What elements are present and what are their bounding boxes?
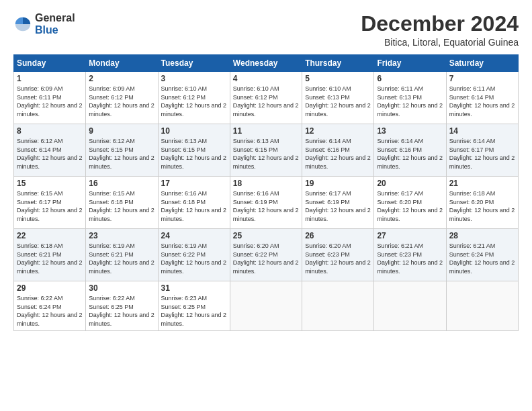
day-info: Sunrise: 6:17 AMSunset: 6:20 PMDaylight:…	[377, 190, 443, 222]
table-row: 31 Sunrise: 6:23 AMSunset: 6:25 PMDaylig…	[158, 281, 230, 330]
table-row	[374, 281, 446, 330]
day-info: Sunrise: 6:17 AMSunset: 6:19 PMDaylight:…	[305, 190, 371, 222]
day-info: Sunrise: 6:13 AMSunset: 6:15 PMDaylight:…	[161, 138, 227, 170]
table-row	[302, 281, 374, 330]
day-info: Sunrise: 6:16 AMSunset: 6:18 PMDaylight:…	[161, 190, 227, 222]
day-info: Sunrise: 6:12 AMSunset: 6:15 PMDaylight:…	[89, 138, 154, 170]
table-row: 18 Sunrise: 6:16 AMSunset: 6:19 PMDaylig…	[230, 177, 302, 229]
day-number: 10	[161, 126, 227, 136]
day-info: Sunrise: 6:10 AMSunset: 6:12 PMDaylight:…	[161, 85, 227, 118]
day-info: Sunrise: 6:10 AMSunset: 6:12 PMDaylight:…	[233, 85, 299, 118]
day-number: 7	[449, 74, 515, 83]
table-row: 20 Sunrise: 6:17 AMSunset: 6:20 PMDaylig…	[374, 177, 446, 229]
header-monday: Monday	[86, 55, 158, 72]
logo: General Blue	[13, 12, 75, 36]
table-row: 19 Sunrise: 6:17 AMSunset: 6:19 PMDaylig…	[302, 177, 374, 229]
day-number: 27	[377, 231, 443, 240]
subtitle: Bitica, Litoral, Equatorial Guinea	[361, 37, 519, 48]
day-info: Sunrise: 6:11 AMSunset: 6:13 PMDaylight:…	[377, 85, 443, 118]
header-sunday: Sunday	[14, 55, 86, 72]
day-number: 28	[449, 231, 515, 240]
header-friday: Friday	[374, 55, 446, 72]
day-info: Sunrise: 6:14 AMSunset: 6:17 PMDaylight:…	[449, 138, 515, 170]
table-row: 5 Sunrise: 6:10 AMSunset: 6:13 PMDayligh…	[302, 72, 374, 124]
day-number: 23	[89, 231, 154, 240]
table-row: 12 Sunrise: 6:14 AMSunset: 6:16 PMDaylig…	[302, 124, 374, 177]
day-number: 21	[449, 179, 515, 188]
logo-text: General Blue	[35, 12, 75, 36]
table-row: 23 Sunrise: 6:19 AMSunset: 6:21 PMDaylig…	[86, 229, 158, 281]
day-number: 1	[17, 74, 83, 83]
header-wednesday: Wednesday	[230, 55, 302, 72]
day-info: Sunrise: 6:14 AMSunset: 6:16 PMDaylight:…	[305, 138, 371, 170]
day-info: Sunrise: 6:19 AMSunset: 6:22 PMDaylight:…	[161, 242, 227, 275]
table-row: 11 Sunrise: 6:13 AMSunset: 6:15 PMDaylig…	[230, 124, 302, 177]
table-row	[230, 281, 302, 330]
day-info: Sunrise: 6:11 AMSunset: 6:14 PMDaylight:…	[449, 85, 515, 118]
table-row: 10 Sunrise: 6:13 AMSunset: 6:15 PMDaylig…	[158, 124, 230, 177]
day-info: Sunrise: 6:22 AMSunset: 6:24 PMDaylight:…	[17, 295, 83, 327]
table-row: 4 Sunrise: 6:10 AMSunset: 6:12 PMDayligh…	[230, 72, 302, 124]
day-number: 18	[233, 179, 299, 188]
day-number: 9	[89, 126, 154, 136]
day-number: 5	[305, 74, 371, 83]
logo-icon	[13, 15, 32, 34]
table-row: 1 Sunrise: 6:09 AMSunset: 6:11 PMDayligh…	[14, 72, 86, 124]
day-info: Sunrise: 6:12 AMSunset: 6:14 PMDaylight:…	[17, 138, 83, 170]
day-info: Sunrise: 6:09 AMSunset: 6:11 PMDaylight:…	[17, 85, 83, 118]
day-info: Sunrise: 6:18 AMSunset: 6:21 PMDaylight:…	[17, 242, 83, 275]
day-info: Sunrise: 6:13 AMSunset: 6:15 PMDaylight:…	[233, 138, 299, 170]
table-row: 3 Sunrise: 6:10 AMSunset: 6:12 PMDayligh…	[158, 72, 230, 124]
table-row: 29 Sunrise: 6:22 AMSunset: 6:24 PMDaylig…	[14, 281, 86, 330]
table-row: 30 Sunrise: 6:22 AMSunset: 6:25 PMDaylig…	[86, 281, 158, 330]
day-number: 24	[161, 231, 227, 240]
day-number: 13	[377, 126, 443, 136]
day-number: 26	[305, 231, 371, 240]
day-info: Sunrise: 6:18 AMSunset: 6:20 PMDaylight:…	[449, 190, 515, 222]
table-row: 25 Sunrise: 6:20 AMSunset: 6:22 PMDaylig…	[230, 229, 302, 281]
day-number: 16	[89, 179, 154, 188]
table-row: 24 Sunrise: 6:19 AMSunset: 6:22 PMDaylig…	[158, 229, 230, 281]
header: General Blue December 2024 Bitica, Litor…	[13, 12, 519, 48]
day-info: Sunrise: 6:16 AMSunset: 6:19 PMDaylight:…	[233, 190, 299, 222]
day-number: 29	[17, 283, 83, 293]
table-row	[446, 281, 518, 330]
day-info: Sunrise: 6:20 AMSunset: 6:22 PMDaylight:…	[233, 242, 299, 275]
day-number: 31	[161, 283, 227, 293]
day-number: 3	[161, 74, 227, 83]
day-number: 20	[377, 179, 443, 188]
day-number: 17	[161, 179, 227, 188]
main-title: December 2024	[361, 12, 519, 36]
calendar-table: Sunday Monday Tuesday Wednesday Thursday…	[13, 54, 519, 330]
day-info: Sunrise: 6:23 AMSunset: 6:25 PMDaylight:…	[161, 295, 227, 327]
table-row: 6 Sunrise: 6:11 AMSunset: 6:13 PMDayligh…	[374, 72, 446, 124]
table-row: 28 Sunrise: 6:21 AMSunset: 6:24 PMDaylig…	[446, 229, 518, 281]
table-row: 27 Sunrise: 6:21 AMSunset: 6:23 PMDaylig…	[374, 229, 446, 281]
table-row: 2 Sunrise: 6:09 AMSunset: 6:12 PMDayligh…	[86, 72, 158, 124]
day-info: Sunrise: 6:19 AMSunset: 6:21 PMDaylight:…	[89, 242, 154, 275]
header-tuesday: Tuesday	[158, 55, 230, 72]
table-row: 9 Sunrise: 6:12 AMSunset: 6:15 PMDayligh…	[86, 124, 158, 177]
day-info: Sunrise: 6:20 AMSunset: 6:23 PMDaylight:…	[305, 242, 371, 275]
title-block: December 2024 Bitica, Litoral, Equatoria…	[361, 12, 519, 48]
day-number: 25	[233, 231, 299, 240]
logo-blue-text: Blue	[35, 24, 75, 36]
table-row: 17 Sunrise: 6:16 AMSunset: 6:18 PMDaylig…	[158, 177, 230, 229]
day-info: Sunrise: 6:10 AMSunset: 6:13 PMDaylight:…	[305, 85, 371, 118]
table-row: 21 Sunrise: 6:18 AMSunset: 6:20 PMDaylig…	[446, 177, 518, 229]
table-row: 13 Sunrise: 6:14 AMSunset: 6:16 PMDaylig…	[374, 124, 446, 177]
logo-general-text: General	[35, 12, 75, 24]
day-number: 2	[89, 74, 154, 83]
header-saturday: Saturday	[446, 55, 518, 72]
day-info: Sunrise: 6:15 AMSunset: 6:17 PMDaylight:…	[17, 190, 83, 222]
page: General Blue December 2024 Bitica, Litor…	[0, 0, 532, 411]
day-info: Sunrise: 6:21 AMSunset: 6:24 PMDaylight:…	[449, 242, 515, 275]
table-row: 22 Sunrise: 6:18 AMSunset: 6:21 PMDaylig…	[14, 229, 86, 281]
day-number: 4	[233, 74, 299, 83]
day-number: 22	[17, 231, 83, 240]
day-number: 14	[449, 126, 515, 136]
day-number: 6	[377, 74, 443, 83]
table-row: 8 Sunrise: 6:12 AMSunset: 6:14 PMDayligh…	[14, 124, 86, 177]
day-number: 8	[17, 126, 83, 136]
day-info: Sunrise: 6:21 AMSunset: 6:23 PMDaylight:…	[377, 242, 443, 275]
